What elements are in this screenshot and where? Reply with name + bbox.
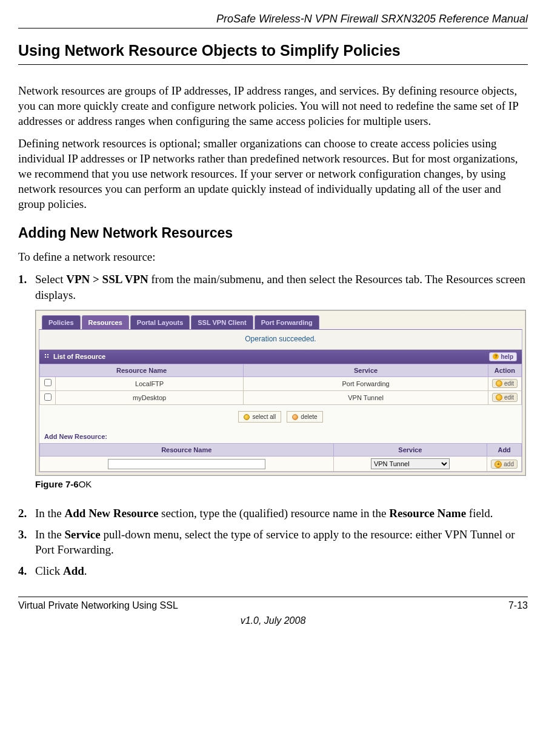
step-1: 1. Select VPN > SSL VPN from the main/su…: [18, 272, 528, 302]
tab-portal-layouts[interactable]: Portal Layouts: [130, 315, 190, 329]
resource-table: Resource Name Service Action LocalFTP Po…: [39, 364, 522, 406]
step-2: 2. In the Add New Resource section, type…: [18, 506, 528, 521]
cell-resource-name: myDesktop: [56, 391, 244, 405]
table-row: LocalFTP Port Forwarding edit: [40, 376, 522, 390]
figure-7-6: Policies Resources Portal Layouts SSL VP…: [35, 310, 528, 490]
figure-ok: OK: [79, 479, 92, 489]
th-resource-name: Resource Name: [40, 364, 244, 376]
tab-policies[interactable]: Policies: [42, 315, 81, 329]
cell-service: VPN Tunnel: [244, 391, 488, 405]
paragraph-1: Network resources are groups of IP addre…: [18, 83, 528, 129]
check-icon: [244, 414, 250, 420]
step2-mid: section, type the (qualified) resource n…: [158, 507, 389, 520]
edit-button[interactable]: edit: [492, 379, 518, 388]
step-number: 2.: [18, 506, 35, 521]
edit-button[interactable]: edit: [492, 393, 518, 402]
heading-sub: Adding New Network Resources: [18, 224, 528, 243]
figure-caption: Figure 7-6OK: [35, 478, 528, 490]
row-checkbox[interactable]: [44, 393, 52, 401]
doc-header-title: ProSafe Wireless-N VPN Firewall SRXN3205…: [18, 12, 528, 28]
table-row: myDesktop VPN Tunnel edit: [40, 391, 522, 405]
step2-pre: In the: [35, 507, 65, 520]
delete-label: delete: [301, 413, 317, 421]
step3-bold: Service: [65, 528, 101, 541]
service-select[interactable]: VPN Tunnel Port Forwarding: [371, 458, 450, 469]
step2-post: field.: [466, 507, 493, 520]
step2-bold2: Resource Name: [389, 507, 466, 520]
tab-ssl-vpn-client[interactable]: SSL VPN Client: [191, 315, 253, 329]
footer-chapter: Virtual Private Networking Using SSL: [18, 600, 178, 612]
footer-page-number: 7-13: [508, 600, 528, 612]
add-button[interactable]: add: [491, 460, 518, 469]
step-number: 4.: [18, 563, 35, 578]
step3-post: pull-down menu, select the type of servi…: [35, 528, 515, 556]
cell-resource-name: LocalFTP: [56, 376, 244, 390]
list-title: List of Resource: [53, 352, 105, 361]
tab-port-forwarding[interactable]: Port Forwarding: [255, 315, 319, 329]
tab-bar: Policies Resources Portal Layouts SSL VP…: [39, 313, 522, 329]
inner-panel: Operation succeeded. List of Resource he…: [39, 329, 522, 472]
tab-resources[interactable]: Resources: [82, 315, 129, 329]
help-button[interactable]: help: [489, 352, 517, 361]
step-4: 4. Click Add.: [18, 563, 528, 578]
th-add-resource-name: Resource Name: [40, 443, 334, 456]
status-message: Operation succeeded.: [39, 330, 522, 350]
select-all-label: select all: [252, 413, 276, 421]
delete-button[interactable]: delete: [287, 411, 322, 423]
step-intro: To define a network resource:: [18, 249, 528, 264]
figure-label: Figure 7-6: [35, 479, 79, 489]
step2-bold1: Add New Resource: [65, 507, 159, 520]
grip-icon: [44, 353, 50, 360]
step4-pre: Click: [35, 564, 63, 577]
resource-name-input[interactable]: [108, 459, 265, 469]
paragraph-2: Defining network resources is optional; …: [18, 136, 528, 212]
th-service: Service: [244, 364, 488, 376]
add-row: VPN Tunnel Port Forwarding add: [40, 457, 522, 472]
select-all-button[interactable]: select all: [238, 411, 281, 423]
footer-version: v1.0, July 2008: [18, 615, 528, 627]
step1-pre: Select: [35, 273, 66, 286]
add-resource-table: Resource Name Service Add VPN Tunnel Por…: [39, 443, 522, 472]
cell-service: Port Forwarding: [244, 376, 488, 390]
step4-post: .: [84, 564, 87, 577]
th-action: Action: [488, 364, 521, 376]
page-footer: Virtual Private Networking Using SSL 7-1…: [18, 597, 528, 627]
add-new-resource-title: Add New Resource:: [39, 429, 522, 443]
th-add: Add: [487, 443, 522, 456]
delete-icon: [292, 414, 298, 420]
list-of-resource-header: List of Resource help: [39, 350, 522, 364]
table-actions: select all delete: [39, 405, 522, 429]
step-number: 1.: [18, 272, 35, 302]
step-3: 3. In the Service pull-down menu, select…: [18, 527, 528, 557]
th-add-service: Service: [333, 443, 487, 456]
step3-pre: In the: [35, 528, 65, 541]
row-checkbox[interactable]: [44, 379, 52, 386]
step4-bold: Add: [63, 564, 84, 577]
step-number: 3.: [18, 527, 35, 557]
resources-screen: Policies Resources Portal Layouts SSL VP…: [35, 310, 526, 476]
step1-bold: VPN > SSL VPN: [66, 273, 148, 286]
heading-main: Using Network Resource Objects to Simpli…: [18, 41, 528, 65]
